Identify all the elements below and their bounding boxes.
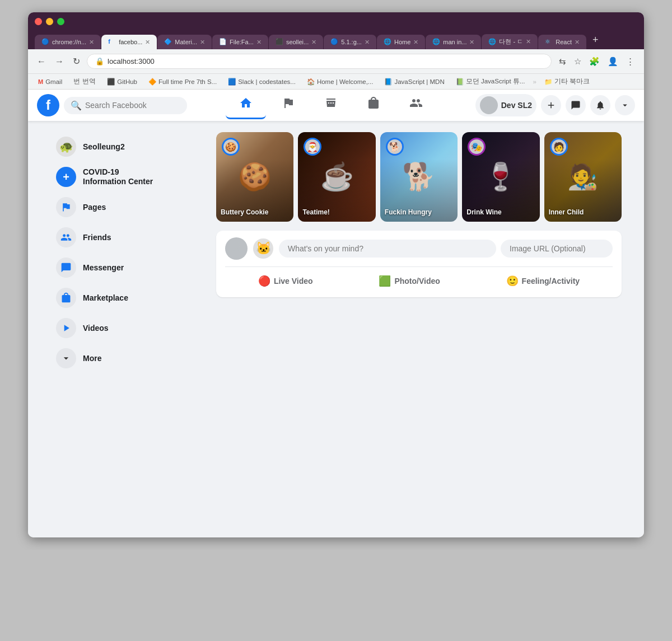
tab-facebook[interactable]: f facebo... ✕ [101, 35, 157, 49]
bookmark-translate[interactable]: 번 번역 [70, 76, 99, 87]
search-box[interactable]: 🔍 [64, 97, 187, 114]
browser-window: 🔵 chrome://n... ✕ f facebo... ✕ 🔷 Materi… [28, 12, 644, 537]
facebook-logo[interactable]: f [37, 94, 59, 116]
bookmark-github[interactable]: ⬛ GitHub [104, 77, 141, 87]
bookmark-label: GitHub [117, 78, 137, 85]
post-url-input[interactable] [501, 240, 613, 258]
close-button[interactable] [35, 18, 42, 25]
tab-material[interactable]: 🔷 Materi... ✕ [157, 35, 212, 49]
back-button[interactable]: ← [35, 54, 48, 69]
story-avatar: 🍪 [222, 138, 240, 156]
nav-home[interactable] [226, 92, 266, 119]
tab-dh[interactable]: 🌐 다현 - ㄷ ✕ [482, 34, 538, 49]
tab-github[interactable]: ⬛ seollei... ✕ [269, 35, 323, 49]
nav-marketplace[interactable] [353, 92, 394, 119]
tab-label: facebo... [119, 39, 142, 45]
user-profile-button[interactable]: Dev SL2 [475, 94, 536, 116]
story-hungry[interactable]: 🐕 🐕 Fuckin Hungry [380, 132, 458, 222]
tab-close-icon[interactable]: ✕ [200, 39, 205, 46]
tab-close-icon[interactable]: ✕ [526, 38, 531, 45]
chevron-down-button[interactable] [615, 95, 635, 115]
photo-video-button[interactable]: 🟩 Photo/Video [370, 272, 449, 291]
sidebar-item-more[interactable]: More [50, 344, 207, 373]
forward-button[interactable]: → [53, 54, 66, 69]
sidebar-item-friends[interactable]: Friends [50, 223, 207, 252]
tab-label: 5.1.:g... [341, 39, 362, 45]
story-teatime[interactable]: ☕ 🎅 Teatime! [298, 132, 375, 222]
search-input[interactable] [85, 101, 180, 110]
story-label: Buttery Cookie [221, 208, 289, 216]
tab-label: React [556, 39, 572, 45]
bookmark-modern-js[interactable]: 📗 모던 JavaScript 튜... [452, 76, 529, 87]
tab-close-icon[interactable]: ✕ [575, 39, 580, 46]
tab-label: Materi... [175, 39, 197, 45]
minimize-button[interactable] [46, 18, 53, 25]
tab-close-icon[interactable]: ✕ [413, 39, 418, 46]
fb-logo-text: f [46, 97, 50, 113]
reload-button[interactable]: ↻ [71, 54, 82, 69]
sidebar-item-messenger[interactable]: Messenger [50, 253, 207, 282]
header-right: Dev SL2 [475, 94, 635, 116]
story-wine[interactable]: 🍷 🎭 Drink Wine [462, 132, 539, 222]
modern-js-icon: 📗 [456, 78, 464, 86]
bookmark-slack[interactable]: 🟦 Slack | codestates... [225, 77, 299, 87]
photo-video-label: Photo/Video [394, 277, 440, 286]
new-tab-button[interactable]: + [587, 31, 604, 49]
photo-video-icon: 🟩 [379, 275, 391, 287]
post-actions: 🔴 Live Video 🟩 Photo/Video 🙂 Feeling/Act… [225, 266, 613, 291]
nav-flag[interactable] [268, 92, 309, 119]
messenger-button[interactable] [566, 95, 586, 115]
story-buttery-cookie[interactable]: 🍪 🍪 Buttery Cookie [216, 132, 293, 222]
maximize-button[interactable] [57, 18, 64, 25]
tab-close-icon[interactable]: ✕ [89, 39, 94, 46]
add-button[interactable] [541, 95, 561, 115]
nav-people[interactable] [396, 92, 436, 119]
tab-close-icon[interactable]: ✕ [145, 39, 150, 46]
nav-store[interactable] [311, 92, 351, 119]
more-options-icon[interactable]: ⋮ [623, 54, 637, 69]
extensions-icon[interactable]: 🧩 [586, 54, 603, 69]
tab-bar: 🔵 chrome://n... ✕ f facebo... ✕ 🔷 Materi… [35, 31, 637, 49]
bookmark-gmail[interactable]: M Gmail [35, 77, 66, 86]
bookmark-fulltime[interactable]: 🔶 Full time Pre 7th S... [145, 77, 220, 87]
tab-react[interactable]: ⚛ React ✕ [538, 35, 586, 49]
story-inner-child[interactable]: 🧑‍🎨 🧑 Inner Child [544, 132, 622, 222]
gmail-icon: M [38, 78, 43, 85]
translate-icon[interactable]: ⇆ [556, 54, 569, 69]
tab-label: man in... [443, 39, 466, 45]
story-avatar: 🎭 [468, 138, 486, 156]
feeling-icon: 🙂 [506, 275, 519, 287]
feeling-activity-button[interactable]: 🙂 Feeling/Activity [497, 272, 589, 291]
tab-file[interactable]: 📄 File:Fa... ✕ [212, 35, 268, 49]
sidebar-item-videos[interactable]: Videos [50, 314, 207, 343]
post-text-input[interactable] [279, 240, 496, 258]
tab-man[interactable]: 🌐 man in... ✕ [426, 35, 481, 49]
facebook-feed: 🍪 🍪 Buttery Cookie ☕ 🎅 Teatime! [216, 132, 622, 374]
bookmark-star-icon[interactable]: ☆ [571, 54, 584, 69]
browser-toolbar: ← → ↻ 🔒 localhost:3000 ⇆ ☆ 🧩 👤 ⋮ [28, 49, 644, 74]
traffic-lights [35, 18, 637, 25]
sidebar-item-user[interactable]: 🐢 Seolleung2 [50, 132, 207, 161]
story-label: Fuckin Hungry [385, 208, 453, 216]
tab-close-icon[interactable]: ✕ [311, 39, 316, 46]
live-video-button[interactable]: 🔴 Live Video [249, 272, 322, 291]
bookmark-home[interactable]: 🏠 Home | Welcome,... [304, 77, 377, 87]
tab-5[interactable]: 🔵 5.1.:g... ✕ [324, 35, 376, 49]
tab-close-icon[interactable]: ✕ [365, 39, 370, 46]
bookmark-mdn[interactable]: 📘 JavaScript | MDN [381, 77, 447, 87]
folder-icon: 📁 [544, 78, 552, 86]
sidebar-item-covid[interactable]: + COVID-19Information Center [50, 162, 207, 191]
bookmark-folder[interactable]: 📁 기타 북마크 [541, 76, 593, 87]
sidebar-item-pages[interactable]: Pages [50, 193, 207, 222]
tab-close-icon[interactable]: ✕ [469, 39, 474, 46]
sidebar-item-marketplace[interactable]: Marketplace [50, 283, 207, 312]
tab-label: seollei... [286, 39, 309, 45]
tab-close-icon[interactable]: ✕ [256, 39, 262, 46]
slack-icon: 🟦 [228, 78, 236, 86]
tab-chrome[interactable]: 🔵 chrome://n... ✕ [35, 35, 101, 49]
profile-icon[interactable]: 👤 [605, 54, 621, 69]
address-bar[interactable]: 🔒 localhost:3000 [87, 54, 552, 69]
tab-home[interactable]: 🌐 Home ✕ [377, 35, 425, 49]
bookmark-label: Home | Welcome,... [317, 78, 374, 85]
notifications-button[interactable] [590, 95, 610, 115]
